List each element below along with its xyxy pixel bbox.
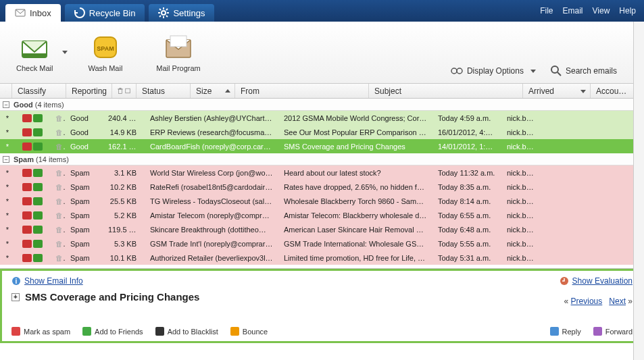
expand-preview-button[interactable]: + — [11, 293, 20, 301]
bounce-button[interactable]: Bounce — [230, 327, 268, 336]
forward-button[interactable]: Forward — [593, 327, 633, 336]
thumb-up-icon[interactable] — [33, 143, 43, 151]
collapse-icon[interactable]: − — [3, 156, 9, 163]
trash-button[interactable]: 🗑 — [50, 114, 65, 122]
thumb-up-icon[interactable] — [33, 226, 43, 234]
trash-button[interactable]: 🗑 — [50, 143, 65, 151]
trash-button[interactable]: 🗑 — [50, 128, 65, 136]
table-row[interactable]: *🗑Spam25.5 KBTG Wireless - TodaysCloseou… — [0, 194, 644, 208]
table-row[interactable]: *🗑Good162.1 KBCardBoardFish (noreply@cor… — [0, 139, 644, 153]
display-options-caret — [530, 70, 536, 73]
tab-recycle-bin[interactable]: Recycle Bin — [65, 4, 145, 22]
next-button[interactable]: Next — [609, 297, 626, 306]
ribbon: Inbox Recycle Bin Settings File Email Vi… — [0, 0, 644, 22]
thumb-down-icon[interactable] — [22, 169, 32, 177]
thumb-down-icon[interactable] — [22, 254, 32, 262]
star-icon[interactable]: * — [0, 197, 15, 205]
menu-email[interactable]: Email — [563, 6, 583, 16]
previous-button[interactable]: Previous — [571, 297, 603, 306]
table-row[interactable]: *🗑Spam10.1 KBAuthorized Retailer (beverl… — [0, 251, 644, 265]
display-options-button[interactable]: Display Options — [451, 66, 536, 76]
menu-file[interactable]: File — [540, 6, 553, 16]
thumb-up-icon[interactable] — [33, 183, 43, 191]
check-mail-dropdown[interactable] — [62, 51, 68, 54]
star-icon[interactable]: * — [0, 114, 15, 122]
thumb-down-icon[interactable] — [22, 226, 32, 234]
thumb-up-icon[interactable] — [33, 169, 43, 177]
table-row[interactable]: *🗑Good14.9 KBERP Reviews (research@focus… — [0, 125, 644, 139]
trash-button[interactable]: 🗑 — [50, 197, 65, 205]
thumb-down-icon[interactable] — [22, 197, 32, 205]
column-size[interactable]: Size — [191, 84, 235, 98]
star-icon[interactable]: * — [0, 254, 15, 262]
add-to-blacklist-label: Add to Blacklist — [168, 328, 218, 336]
svg-line-6 — [159, 9, 161, 10]
wash-mail-button[interactable]: SPAM Wash Mail — [81, 30, 129, 75]
column-reporting[interactable]: Reporting — [66, 84, 112, 98]
forward-icon — [593, 327, 602, 336]
star-icon[interactable]: * — [0, 240, 15, 248]
svg-line-8 — [159, 16, 161, 17]
add-to-blacklist-button[interactable]: Add to Blacklist — [155, 327, 218, 336]
reply-button[interactable]: Reply — [550, 327, 581, 336]
table-row[interactable]: *🗑Spam10.2 KBRateRefi (rosabel18nt5@card… — [0, 180, 644, 194]
thumb-up-icon[interactable] — [33, 254, 43, 262]
star-icon[interactable]: * — [0, 143, 15, 151]
thumb-up-icon[interactable] — [33, 128, 43, 136]
column-classify[interactable]: Classify — [12, 84, 66, 98]
star-icon[interactable]: * — [0, 169, 15, 177]
thumb-down-icon[interactable] — [22, 143, 32, 151]
trash-button[interactable]: 🗑 — [50, 169, 65, 177]
thumb-up-icon[interactable] — [33, 211, 43, 220]
show-email-info-link[interactable]: i Show Email Info — [11, 276, 83, 286]
column-subject[interactable]: Subject — [369, 84, 523, 98]
thumb-down-icon[interactable] — [22, 211, 32, 220]
menu-help[interactable]: Help — [619, 6, 636, 16]
star-icon[interactable]: * — [0, 226, 15, 234]
trash-button[interactable]: 🗑 — [50, 211, 65, 220]
group-spam[interactable]: − Spam (14 items) — [0, 153, 644, 165]
table-row[interactable]: *🗑Good240.4 KBAshley Berstien (Ashley@UY… — [0, 111, 644, 125]
star-icon[interactable]: * — [0, 211, 15, 220]
trash-icon — [118, 86, 123, 95]
star-icon[interactable]: * — [0, 183, 15, 191]
thumb-down-icon[interactable] — [22, 114, 32, 122]
tab-inbox-label: Inbox — [30, 8, 51, 18]
show-evaluation-link[interactable]: Show Evaluation — [560, 276, 633, 286]
column-status[interactable]: Status — [137, 84, 191, 98]
table-row[interactable]: *🗑Spam5.2 KBAmistar Telecom (noreply@com… — [0, 208, 644, 222]
row-from: Authorized Retailer (beverliexpov3lb… — [145, 254, 278, 262]
mark-as-spam-button[interactable]: Mark as spam — [11, 327, 70, 336]
trash-button[interactable]: 🗑 — [50, 254, 65, 262]
column-arrived[interactable]: Arrived — [523, 84, 591, 98]
thumb-down-icon[interactable] — [22, 183, 32, 191]
thumb-up-icon[interactable] — [33, 197, 43, 205]
trash-button[interactable]: 🗑 — [50, 226, 65, 234]
mail-program-button[interactable]: Mail Program — [149, 30, 207, 75]
thumb-down-icon[interactable] — [22, 128, 32, 136]
star-icon[interactable]: * — [0, 128, 15, 136]
blacklist-icon — [155, 327, 164, 336]
menu-view[interactable]: View — [593, 6, 610, 16]
window-scrollbar[interactable] — [633, 22, 644, 360]
thumb-down-icon[interactable] — [22, 240, 32, 248]
tab-inbox[interactable]: Inbox — [5, 4, 61, 22]
tab-settings[interactable]: Settings — [149, 4, 214, 22]
column-delete-icon[interactable] — [112, 84, 137, 98]
add-to-friends-button[interactable]: Add to Friends — [82, 327, 143, 336]
group-good[interactable]: − Good (4 items) — [0, 99, 644, 111]
trash-button[interactable]: 🗑 — [50, 183, 65, 191]
thumb-up-icon[interactable] — [33, 114, 43, 122]
table-row[interactable]: *🗑Spam119.5 KBSkincare Breakthrough (dot… — [0, 222, 644, 236]
row-subject: Limited time promotion, HD free for Life… — [278, 254, 432, 262]
table-row[interactable]: *🗑Spam5.3 KBGSM Trade Int'l (noreply@com… — [0, 236, 644, 251]
thumb-up-icon[interactable] — [33, 240, 43, 248]
search-emails-button[interactable]: Search emails — [551, 66, 617, 76]
table-row[interactable]: *🗑Spam3.1 KBWorld Star Wireless Corp (jo… — [0, 165, 644, 180]
trash-button[interactable]: 🗑 — [50, 240, 65, 248]
row-account: nick.b… — [501, 128, 644, 136]
column-from[interactable]: From — [235, 84, 369, 98]
check-mail-button[interactable]: Check Mail — [9, 30, 59, 75]
row-arrived: 16/01/2012, 4:21… — [432, 128, 501, 136]
collapse-icon[interactable]: − — [3, 101, 9, 108]
